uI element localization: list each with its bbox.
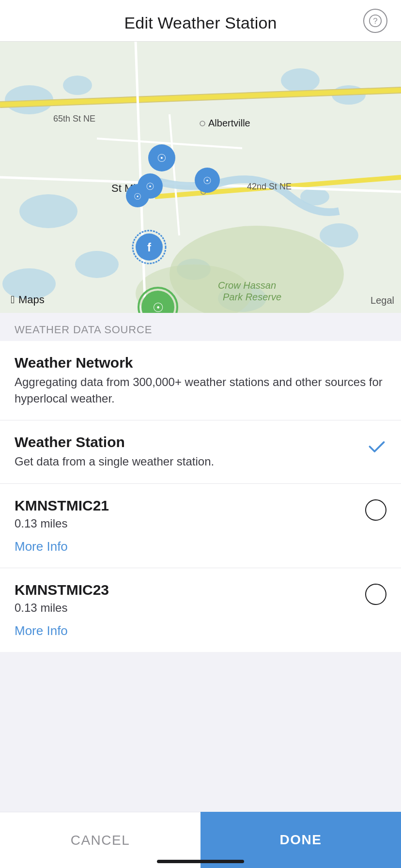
map-svg: 65th St NE Albertville 42nd St NE St Mic… [0, 42, 401, 313]
apple-maps-label: Maps [18, 294, 45, 306]
svg-point-5 [281, 68, 320, 93]
station-kmnstmic21-more-info[interactable]: More Info [15, 539, 68, 554]
svg-point-4 [63, 76, 92, 95]
svg-point-12 [320, 223, 358, 248]
svg-text:☉: ☉ [153, 300, 164, 313]
svg-text:☉: ☉ [203, 175, 212, 186]
station-kmnstmic23-content: KMNSTMIC23 0.13 miles More Info [15, 582, 357, 638]
weather-station-desc: Get data from a single weather station. [15, 453, 357, 470]
checkmark-icon [367, 437, 386, 456]
weather-station-item[interactable]: Weather Station Get data from a single w… [0, 420, 401, 484]
svg-text:☉: ☉ [157, 152, 167, 164]
weather-network-item[interactable]: Weather Network Aggregating data from 30… [0, 341, 401, 420]
svg-text:65th St NE: 65th St NE [53, 114, 95, 124]
section-label: WEATHER DATA SOURCE [0, 313, 401, 341]
station-kmnstmic23-more-info[interactable]: More Info [15, 623, 68, 638]
help-button[interactable]: ? [363, 9, 387, 33]
weather-network-title: Weather Network [15, 355, 386, 371]
card-list: Weather Network Aggregating data from 30… [0, 341, 401, 652]
svg-text:Albertville: Albertville [208, 118, 250, 128]
svg-text:Crow Hassan: Crow Hassan [218, 280, 276, 291]
weather-station-check [367, 437, 386, 458]
svg-text:Park Reserve: Park Reserve [223, 292, 281, 302]
map-container[interactable]: 65th St NE Albertville 42nd St NE St Mic… [0, 42, 401, 313]
station-kmnstmic23-item[interactable]: KMNSTMIC23 0.13 miles More Info [0, 568, 401, 652]
home-indicator [157, 860, 244, 863]
svg-text:☉: ☉ [134, 192, 141, 202]
station-kmnstmic21-title: KMNSTMIC21 [15, 497, 357, 514]
station-kmnstmic23-title: KMNSTMIC23 [15, 582, 357, 598]
station-kmnstmic23-distance: 0.13 miles [15, 601, 357, 615]
station-kmnstmic21-radio[interactable] [365, 499, 386, 521]
station-kmnstmic21-item[interactable]: KMNSTMIC21 0.13 miles More Info [0, 484, 401, 568]
svg-text:?: ? [373, 16, 377, 25]
station-kmnstmic21-distance: 0.13 miles [15, 517, 357, 530]
apple-icon:  [11, 294, 15, 306]
station-kmnstmic21-content: KMNSTMIC21 0.13 miles More Info [15, 497, 357, 554]
weather-station-title: Weather Station [15, 434, 357, 450]
svg-point-8 [75, 251, 119, 278]
svg-point-7 [19, 194, 77, 228]
weather-network-content: Weather Network Aggregating data from 30… [15, 355, 386, 406]
svg-text:42nd St NE: 42nd St NE [247, 182, 292, 191]
header: Edit Weather Station ? [0, 0, 401, 42]
page-title: Edit Weather Station [124, 14, 277, 32]
weather-network-desc: Aggregating data from 300,000+ weather s… [15, 374, 386, 406]
station-kmnstmic23-radio[interactable] [365, 584, 386, 605]
help-icon: ? [369, 14, 382, 28]
svg-text:f: f [147, 241, 152, 254]
legal-label[interactable]: Legal [370, 295, 394, 306]
weather-station-content: Weather Station Get data from a single w… [15, 434, 357, 470]
maps-attribution:  Maps [11, 294, 45, 306]
